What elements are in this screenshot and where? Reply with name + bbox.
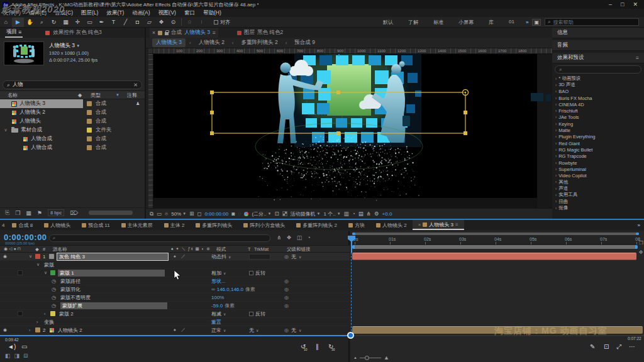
pixel-aspect-icon[interactable]: ▥ xyxy=(344,211,349,217)
property-value[interactable]: 100% xyxy=(211,295,224,300)
label-swatch[interactable] xyxy=(83,110,96,115)
tab-info[interactable]: 信息 xyxy=(552,28,644,38)
help-search-input[interactable] xyxy=(553,19,622,25)
mask-name[interactable]: 蒙版 1 xyxy=(58,270,165,277)
effects-search[interactable]: ⌕ xyxy=(555,65,641,74)
project-item-row[interactable]: ∨素材合成文件夹 xyxy=(0,126,145,134)
timeline-time-ruler[interactable]: 0s01s02s03s04s05s06s07s08 xyxy=(351,236,639,244)
expander-icon[interactable]: › xyxy=(555,89,557,94)
column-name[interactable]: 名称 xyxy=(0,92,78,99)
effect-category-row[interactable]: ›RG Magic Bullet xyxy=(552,146,644,153)
mask-checkbox[interactable] xyxy=(18,270,23,275)
tab-effect-controls[interactable]: 效果控件 灰色 纯色3 xyxy=(53,29,101,36)
primary-viewer-icon[interactable]: ▭ xyxy=(157,211,162,217)
effect-category-row[interactable]: ›Red Giant xyxy=(552,140,644,146)
project-item-row[interactable]: 人物镜头 2合成 xyxy=(0,108,145,117)
pickwhip-icon[interactable]: ◎ xyxy=(284,295,289,300)
project-flag-icon[interactable]: ⚑ xyxy=(37,210,42,216)
project-item-row[interactable]: 人物合成合成 xyxy=(0,134,145,143)
glasses-icon[interactable]: ⌾ xyxy=(165,211,168,217)
stopwatch-icon[interactable]: ◷ xyxy=(52,278,56,284)
layer-row-1[interactable]: ◉ ∨ 1 灰色 纯色 3 ♠ ／ 动态抖∨ ◎无∨ xyxy=(0,253,350,261)
project-search-input[interactable] xyxy=(13,82,119,88)
masks-group-row[interactable]: ∨ 蒙版 xyxy=(0,261,350,269)
timeline-search[interactable]: ⌕ xyxy=(49,234,270,242)
layer1-duration-bar[interactable] xyxy=(352,253,636,260)
exposure-value[interactable]: +0.0 xyxy=(382,211,392,217)
mask-expansion-row[interactable]: ◷ 蒙版扩展 -59.0像素 ◎ xyxy=(0,302,350,310)
breadcrumb-comp[interactable]: 多重阵列镜头 2 xyxy=(238,38,282,47)
effect-category-row[interactable]: ›CINEMA 4D xyxy=(552,101,644,107)
roto-brush-tool[interactable]: ❖ xyxy=(155,18,167,27)
flowchart-icon[interactable]: ⋔ xyxy=(367,211,371,217)
source-name-column[interactable]: 源名称 xyxy=(53,246,67,253)
effect-category-row[interactable]: ›实用工具 xyxy=(552,192,644,198)
align-checkbox[interactable]: 对齐 xyxy=(214,19,230,26)
label-swatch[interactable] xyxy=(83,145,96,150)
trkmat-dropdown[interactable]: 无∨ xyxy=(249,327,282,334)
link-dimensions-icon[interactable]: ∞ xyxy=(211,287,215,292)
breadcrumb-comp[interactable]: 人物镜头 2 xyxy=(195,38,228,47)
timeline-comp-tab[interactable]: 主体 2 xyxy=(158,220,191,230)
toggle-inout-panes-icon[interactable]: ⊟ xyxy=(23,353,28,359)
expander-icon[interactable]: › xyxy=(555,173,557,178)
expander-icon[interactable]: ∨ xyxy=(36,262,40,267)
graph-editor-icon[interactable]: ✥ xyxy=(639,250,643,255)
rotate-tool[interactable]: ↻ xyxy=(48,18,60,27)
timeline-comp-tab[interactable]: 人物镜头 xyxy=(38,220,76,230)
reset-exposure-icon[interactable]: ⚙ xyxy=(374,211,379,217)
region-of-interest-icon[interactable]: ⊡ xyxy=(274,211,279,217)
blend-mode-dropdown[interactable]: 正常∨ xyxy=(211,327,244,334)
expander-icon[interactable]: › xyxy=(555,193,557,197)
column-label-icon[interactable]: ◆ xyxy=(78,92,91,98)
transparency-grid-icon[interactable] xyxy=(282,211,287,216)
timeline-comp-tab[interactable]: 多重阵列镜头 xyxy=(190,220,238,230)
label-swatch[interactable] xyxy=(83,119,96,124)
timeline-button-icon[interactable]: ▤ xyxy=(358,211,364,217)
menu-item[interactable]: 图层(L) xyxy=(81,9,98,17)
close-button[interactable]: ✕ xyxy=(633,1,638,8)
trkmat-column[interactable]: TrkMat xyxy=(254,246,269,252)
workspace-switcher-icon[interactable]: ▣ xyxy=(532,19,541,26)
timeline-comp-tab[interactable]: 合成 8 xyxy=(6,220,38,230)
workspace-tab[interactable]: 库 xyxy=(481,19,501,26)
toggle-layer-switches-icon[interactable]: ◧ xyxy=(5,353,11,359)
close-tab-icon[interactable]: × xyxy=(152,30,155,36)
delete-item-icon[interactable]: ⌦ xyxy=(70,210,78,216)
expander-icon[interactable]: › xyxy=(555,199,557,204)
menu-item[interactable]: 视图(V) xyxy=(158,9,176,17)
mask-opacity-row[interactable]: ◷ 蒙版不透明度 100% ◎ xyxy=(0,293,350,302)
home-tool[interactable]: ⌂ xyxy=(0,18,12,27)
timeline-comp-tab[interactable]: 方块 xyxy=(343,220,370,230)
expander-icon[interactable]: › xyxy=(555,77,557,81)
effect-category-row[interactable]: ›Rowbyte xyxy=(552,160,644,166)
tab-layer-viewer[interactable]: 图层 黑色 纯色2 xyxy=(235,28,286,38)
expander-icon[interactable]: ∨ xyxy=(44,270,47,275)
label-swatch[interactable] xyxy=(35,254,40,259)
workspace-overflow-button[interactable]: » xyxy=(522,19,532,25)
panel-menu-icon[interactable]: ≡ xyxy=(213,30,216,36)
pickwhip-icon[interactable]: ◎ xyxy=(284,254,289,260)
expander-icon[interactable]: › xyxy=(36,320,38,324)
timeline-comp-tab[interactable]: 阵列小方盒镜头 xyxy=(238,220,291,230)
effect-category-row[interactable]: ›RG Trapcode xyxy=(552,153,644,160)
expander-icon[interactable]: › xyxy=(555,161,557,165)
menu-item[interactable]: 帮助(H) xyxy=(203,9,221,17)
pan-behind-tool[interactable]: ✛ xyxy=(72,18,84,27)
color-depth-button[interactable]: 8 bpc xyxy=(48,209,64,216)
effect-category-row[interactable]: ›3D 声道 xyxy=(552,82,644,88)
expander-icon[interactable]: › xyxy=(555,96,557,101)
effect-category-row[interactable]: ›* 动画预设 xyxy=(552,75,644,82)
label-swatch[interactable] xyxy=(35,327,40,332)
horizontal-ruler[interactable]: 1002003004005006007008009001000110012001… xyxy=(153,48,552,54)
mask2-row[interactable]: › 蒙版 2 相减∨ 反转 xyxy=(0,310,350,318)
expander-icon[interactable]: › xyxy=(555,128,557,133)
tab-overflow-button[interactable]: » xyxy=(634,222,644,228)
effect-category-row[interactable]: ›Superluminal xyxy=(552,166,644,172)
camera-dropdown[interactable]: 活动摄像机▼ xyxy=(291,211,321,217)
workspace-tab[interactable]: 默认 xyxy=(375,19,401,26)
zoom-in-mountain-icon[interactable]: ▲ xyxy=(384,354,389,361)
invert-checkbox[interactable]: 反转 xyxy=(249,310,265,317)
effect-category-row[interactable]: ›BAO xyxy=(552,89,644,95)
expander-icon[interactable]: › xyxy=(555,134,557,139)
